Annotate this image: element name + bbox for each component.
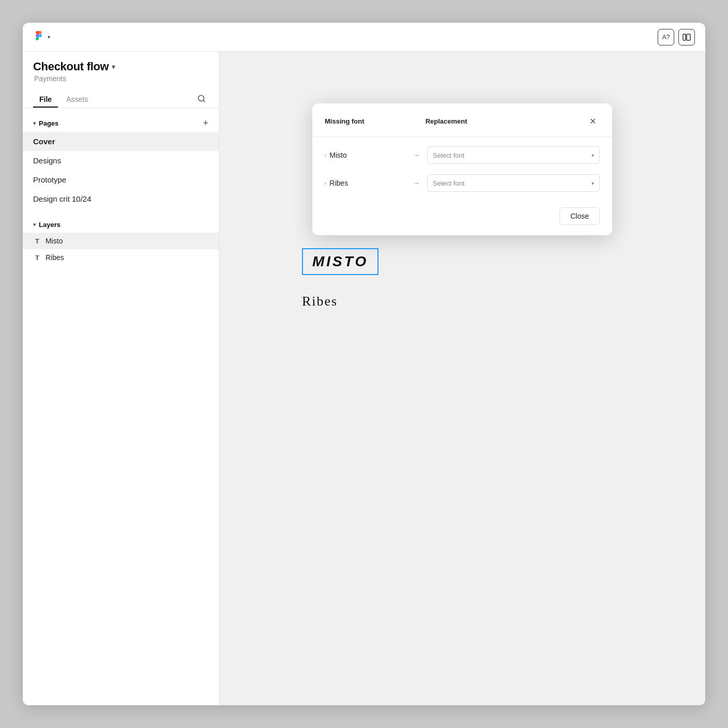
arrow-icon: → [410,151,423,159]
figma-logo[interactable]: ▾ [33,30,50,44]
replacement-font-select-ribes[interactable]: Select font ▾ [427,174,563,192]
modal-header: Missing font Replacement ✕ [312,103,563,137]
sidebar: Checkout flow ▾ Payments File Assets [23,52,219,563]
project-chevron-icon[interactable]: ▾ [112,63,115,71]
pages-chevron-icon: ▾ [33,120,36,126]
page-item-label: Cover [33,137,55,146]
app-window: ▾ A? Checkout flow ▾ Payments [23,23,563,563]
canvas-area: Missing font Replacement ✕ › Misto [219,52,563,563]
missing-font-name: Misto [329,151,346,159]
layer-name: Ribes [46,253,64,262]
modal-font-row-ribes: › Ribes → Select font ▾ [312,169,563,197]
main-layout: Checkout flow ▾ Payments File Assets [23,52,563,563]
project-title-row: Checkout flow ▾ [33,60,208,73]
missing-font-modal: Missing font Replacement ✕ › Misto [312,103,563,235]
layers-section-header: ▾ Layers [23,219,219,233]
tab-file[interactable]: File [33,92,58,108]
select-placeholder: Select font [433,179,464,187]
tab-assets[interactable]: Assets [60,92,94,108]
add-page-button[interactable]: + [203,118,208,128]
page-item-label: Designs [33,156,61,165]
project-subtitle: Payments [33,74,208,83]
missing-font-misto[interactable]: › Misto [325,151,405,159]
pages-section-title: Pages [39,119,58,127]
modal-body: › Misto → Select font ▾ [312,137,563,201]
replacement-font-select-misto[interactable]: Select font ▾ [427,146,563,164]
misto-text: MISTO [312,253,368,269]
page-item-cover[interactable]: Cover [23,132,219,151]
ribes-text: Ribes [302,294,338,309]
layer-item-misto[interactable]: T Misto [23,233,219,249]
layer-item-ribes[interactable]: T Ribes [23,249,219,266]
modal-col-replacement-label: Replacement [405,117,563,125]
sidebar-header: Checkout flow ▾ Payments [23,52,219,87]
modal-col-missing-label: Missing font [325,117,405,125]
sidebar-tabs: File Assets [23,87,219,108]
modal-footer: Close [312,201,563,235]
layers-chevron-icon: ▾ [33,222,36,228]
modal-overlay: Missing font Replacement ✕ › Misto [219,52,563,563]
layers-list: T Misto T Ribes [23,233,219,266]
modal-close-btn[interactable]: Close [559,207,563,225]
project-title: Checkout flow [33,60,109,73]
misto-frame[interactable]: MISTO [302,248,378,275]
layers-section-toggle[interactable]: ▾ Layers [33,221,60,229]
sidebar-content: ▾ Pages + Cover Designs Prototype [23,108,219,563]
missing-font-ribes[interactable]: › Ribes [325,179,405,187]
page-item-label: Design crit 10/24 [33,194,92,203]
pages-section-toggle[interactable]: ▾ Pages [33,119,58,127]
canvas-content: MISTO Ribes [302,248,378,309]
arrow-icon: → [410,179,423,187]
search-button[interactable] [195,92,208,108]
page-item-designs[interactable]: Designs [23,151,219,170]
figma-icon [33,30,46,44]
missing-font-name: Ribes [329,179,348,187]
layers-section-title: Layers [39,221,60,229]
search-icon [197,94,206,103]
page-item-prototype[interactable]: Prototype [23,170,219,189]
modal-font-row-misto: › Misto → Select font ▾ [312,141,563,169]
select-placeholder: Select font [433,151,464,159]
page-item-label: Prototype [33,175,66,184]
pages-section-header: ▾ Pages + [23,116,219,132]
chevron-down-icon: ▾ [48,34,50,40]
top-bar: ▾ A? [23,23,563,52]
layer-type-icon: T [33,237,41,245]
font-chevron-icon: › [325,180,326,186]
font-chevron-icon: › [325,153,326,158]
page-list: Cover Designs Prototype Design crit 10/2… [23,132,219,208]
layer-type-icon: T [33,254,41,262]
layer-name: Misto [46,237,63,245]
page-item-design-crit[interactable]: Design crit 10/24 [23,189,219,208]
